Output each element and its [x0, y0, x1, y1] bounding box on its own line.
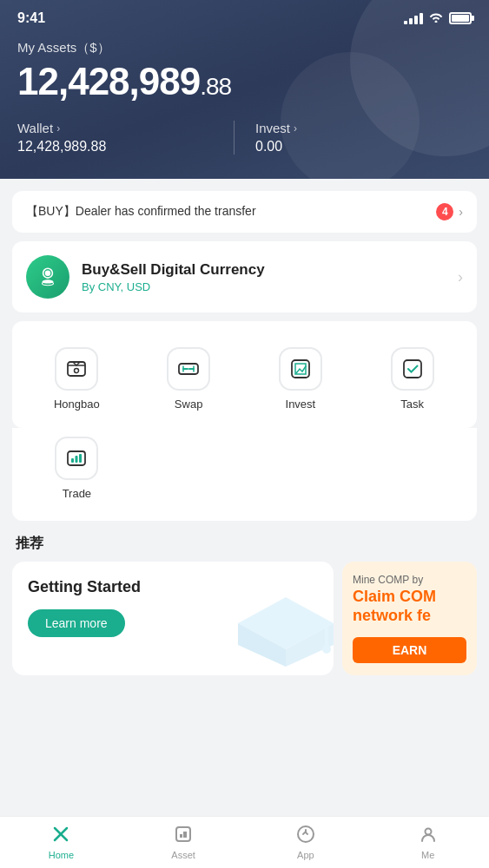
nav-app[interactable]: App: [245, 817, 367, 868]
wifi-icon: [428, 10, 444, 26]
buysell-subtitle: By CNY, USD: [82, 280, 265, 293]
svg-rect-12: [79, 454, 82, 463]
svg-rect-10: [71, 458, 74, 463]
nav-home[interactable]: Home: [0, 817, 122, 868]
notice-bar[interactable]: 【BUY】Dealer has confirmed the transfer 4…: [12, 191, 477, 233]
mine-comp-title: Claim COMnetwork fe: [353, 588, 466, 625]
wallet-value: 12,428,989.88: [17, 139, 234, 155]
hongbao-label: Hongbao: [54, 398, 100, 411]
notice-text: 【BUY】Dealer has confirmed the transfer: [26, 204, 436, 220]
svg-point-23: [425, 829, 431, 835]
trade-label: Trade: [63, 487, 91, 500]
quick-action-trade[interactable]: Trade: [21, 428, 133, 509]
earn-button[interactable]: EARN: [353, 637, 466, 663]
me-label: Me: [421, 850, 434, 860]
getting-started-title: Getting Started: [28, 577, 149, 597]
invest-item[interactable]: Invest › 0.00: [234, 121, 472, 155]
app-icon: [296, 825, 315, 847]
app-label: App: [297, 850, 314, 860]
nav-asset[interactable]: Asset: [122, 817, 245, 868]
graduation-cap-graphic: [229, 589, 334, 675]
learn-more-button[interactable]: Learn more: [28, 609, 125, 637]
svg-point-0: [45, 270, 51, 276]
signal-icon: [404, 13, 423, 24]
mine-comp-card: Mine COMP by Claim COMnetwork fe EARN: [342, 562, 477, 675]
main-content: 【BUY】Dealer has confirmed the transfer 4…: [0, 191, 489, 750]
notice-badge: 4: [436, 203, 453, 220]
buysell-chevron-icon: ›: [458, 268, 463, 286]
notice-chevron-icon: ›: [459, 205, 463, 219]
wallet-arrow-icon: ›: [56, 122, 60, 135]
home-label: Home: [49, 850, 74, 860]
invest-icon: [279, 347, 322, 391]
svg-point-21: [298, 826, 314, 842]
swap-icon: [167, 347, 210, 391]
nav-me[interactable]: Me: [367, 817, 489, 868]
invest-value: 0.00: [255, 139, 472, 155]
task-label: Task: [400, 398, 424, 411]
wallet-item[interactable]: Wallet › 12,428,989.88: [17, 121, 234, 155]
quick-action-hongbao[interactable]: Hongbao: [21, 339, 133, 419]
asset-icon: [174, 825, 193, 847]
header: 9:41 My Assets（$） 12,428,989.88: [0, 0, 489, 179]
swap-label: Swap: [175, 398, 203, 411]
status-icons: [404, 10, 472, 26]
asset-label: Asset: [171, 850, 195, 860]
buysell-icon: [26, 255, 69, 299]
task-icon: [391, 347, 434, 391]
svg-point-17: [322, 645, 331, 654]
quick-actions-row1: Hongbao Swap Invest: [12, 321, 477, 428]
home-icon: [51, 825, 70, 847]
assets-label: My Assets（$）: [17, 40, 472, 56]
invest-arrow-icon: ›: [294, 122, 297, 135]
buysell-card[interactable]: Buy&Sell Digital Currency By CNY, USD ›: [12, 241, 477, 312]
status-bar: 9:41: [17, 0, 472, 33]
recommend-label: 推荐: [0, 521, 489, 562]
svg-rect-8: [404, 360, 421, 378]
status-time: 9:41: [17, 10, 45, 26]
trade-icon: [55, 437, 98, 480]
buysell-title: Buy&Sell Digital Currency: [82, 261, 265, 279]
quick-action-swap[interactable]: Swap: [133, 339, 245, 419]
cards-row: Getting Started Learn more Mine COMP by …: [0, 562, 489, 689]
notice-right: 4 ›: [436, 203, 463, 220]
battery-icon: [449, 12, 472, 24]
quick-action-task[interactable]: Task: [356, 339, 468, 419]
balance-row: Wallet › 12,428,989.88 Invest › 0.00: [17, 121, 472, 155]
quick-actions-row2: Trade: [12, 428, 477, 521]
me-icon: [419, 825, 438, 847]
svg-rect-16: [325, 621, 328, 648]
invest-label: Invest: [286, 398, 316, 411]
svg-rect-11: [76, 456, 78, 463]
mine-comp-subtitle: Mine COMP by: [353, 574, 466, 586]
main-balance: 12,428,989.88: [17, 60, 472, 103]
hongbao-icon: [55, 347, 98, 391]
svg-point-5: [75, 369, 79, 373]
quick-action-invest[interactable]: Invest: [245, 339, 357, 419]
getting-started-card: Getting Started Learn more: [12, 562, 334, 675]
bottom-nav: Home Asset App Me: [0, 816, 489, 868]
